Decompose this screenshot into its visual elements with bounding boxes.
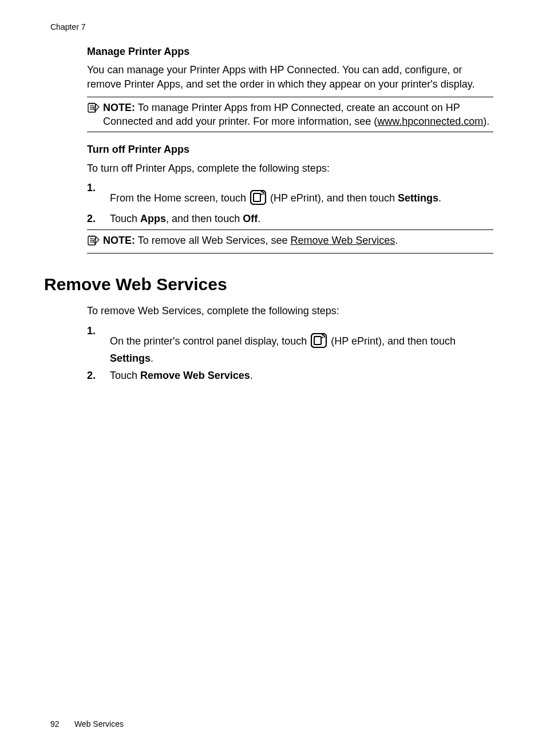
list-body: On the printer's control panel display, … [110,324,493,366]
text: From the Home screen, touch [110,192,249,204]
text-bold: Off [243,213,258,224]
text: . [250,370,253,381]
list-number: 1. [87,181,110,208]
eprint-icon [250,190,266,208]
list-number: 2. [87,212,110,225]
heading-remove-web-services: Remove Web Services [44,273,493,296]
text: . [258,213,260,224]
svg-rect-9 [254,193,260,201]
list-item: 2. Touch Remove Web Services. [87,369,493,382]
note-icon [87,235,100,250]
text-bold: Remove Web Services [140,370,250,381]
list-number: 2. [87,369,110,382]
text: . [151,353,153,364]
list-body: Touch Remove Web Services. [110,369,493,382]
text: , and then touch [166,213,243,224]
note-text-after: ). [483,116,489,127]
note-label: NOTE: [103,102,135,113]
text: On the printer's control panel display, … [110,335,310,347]
note-text: To remove all Web Services, see [138,235,291,246]
text: Touch [110,213,140,224]
text-bold: Settings [398,192,438,204]
text: Touch [110,370,140,381]
text: . [438,192,441,204]
svg-point-10 [261,193,263,195]
note-box: NOTE: To remove all Web Services, see Re… [87,229,493,254]
svg-point-21 [322,337,323,338]
note-icon [87,102,100,117]
page-number: 92 [50,719,72,730]
note-box: NOTE: To manage Printer Apps from HP Con… [87,97,493,133]
paragraph: To turn off Printer Apps, complete the f… [87,161,493,175]
note-text-after: . [395,235,398,246]
footer-section: Web Services [74,719,124,729]
text: (HP ePrint), and then touch [267,192,398,204]
note-body: NOTE: To remove all Web Services, see Re… [103,233,493,247]
svg-rect-20 [314,337,321,345]
link-remove-web-services[interactable]: Remove Web Services [290,235,395,246]
paragraph: You can manage your Printer Apps with HP… [87,63,493,91]
note-body: NOTE: To manage Printer Apps from HP Con… [103,101,493,129]
text-bold: Apps [140,213,166,224]
chapter-label: Chapter 7 [50,22,85,33]
page-footer: 92 Web Services [50,719,124,730]
list-item: 1. On the printer's control panel displa… [87,324,493,366]
list-body: From the Home screen, touch (HP ePrint),… [110,181,493,208]
heading-turn-off-printer-apps: Turn off Printer Apps [87,143,493,156]
list-body: Touch Apps, and then touch Off. [110,212,493,225]
text: (HP ePrint), and then touch [328,335,456,347]
list-item: 1. From the Home screen, touch (HP ePrin… [87,181,493,208]
paragraph: To remove Web Services, complete the fol… [87,304,493,318]
eprint-icon [311,333,327,351]
list-number: 1. [87,324,110,366]
text-bold: Settings [110,353,151,364]
heading-manage-printer-apps: Manage Printer Apps [87,45,493,58]
link-hpconnected[interactable]: www.hpconnected.com [377,116,483,127]
note-label: NOTE: [103,235,135,246]
list-item: 2. Touch Apps, and then touch Off. [87,212,493,225]
